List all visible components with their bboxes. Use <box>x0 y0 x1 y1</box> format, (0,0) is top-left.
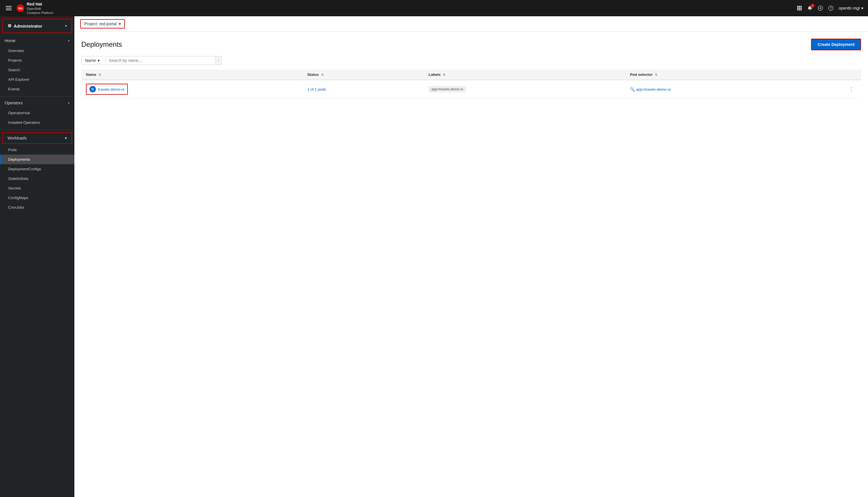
workloads-group-header[interactable]: Workloads ▾ <box>2 132 72 144</box>
search-slash-indicator: / <box>216 56 222 65</box>
sidebar-item-search[interactable]: Search <box>0 65 74 75</box>
workloads-group: Workloads ▾ Pods Deployments DeploymentC… <box>0 131 74 212</box>
workloads-chevron-icon: ▾ <box>65 136 67 140</box>
operators-group: Operators ▾ OperatorHub Installed Operat… <box>0 98 74 127</box>
table-body: D travels-demo-ui 1 of 1 pods app=travel… <box>81 80 861 99</box>
cell-pod-selector: 🔍 app=travels-demo-ui <box>625 80 842 99</box>
pod-selector-text: app=travels-demo-ui <box>636 87 671 91</box>
deployment-icon: D <box>89 86 96 93</box>
cell-labels: app=travels-demo-ui <box>424 80 626 99</box>
pod-selector-link[interactable]: 🔍 app=travels-demo-ui <box>630 87 671 91</box>
svg-rect-9 <box>799 9 800 11</box>
operators-chevron-icon: ▾ <box>68 101 70 105</box>
sidebar: ⚙ Administrator ▾ Home ▾ Overview Projec… <box>0 16 74 497</box>
add-circle-icon[interactable] <box>818 5 823 11</box>
svg-rect-8 <box>797 9 798 11</box>
sidebar-item-statefulsets[interactable]: StatefulSets <box>0 174 74 183</box>
deployment-name-link[interactable]: D travels-demo-ui <box>86 84 128 95</box>
status-sort-icon: ⇅ <box>321 73 324 76</box>
sidebar-item-projects[interactable]: Projects <box>0 56 74 65</box>
svg-text:?: ? <box>830 7 832 10</box>
search-input-wrap: / <box>105 56 222 65</box>
sidebar-item-cronjobs[interactable]: CronJobs <box>0 202 74 212</box>
sidebar-item-operatorhub[interactable]: OperatorHub <box>0 108 74 118</box>
notifications-badge: 2 <box>810 4 815 8</box>
create-deployment-button[interactable]: Create Deployment <box>811 39 861 50</box>
sidebar-item-events[interactable]: Events <box>0 84 74 94</box>
label-badge: app=travels-demo-ui <box>429 86 466 92</box>
notifications-bell-icon[interactable]: 2 <box>807 5 812 11</box>
home-group-header[interactable]: Home ▾ <box>0 36 74 46</box>
project-bar: Project: red-portal ▾ <box>74 16 868 32</box>
name-sort-icon: ⇅ <box>99 73 101 76</box>
page-title: Deployments <box>81 40 122 48</box>
sidebar-item-pods[interactable]: Pods <box>0 145 74 155</box>
cell-status: 1 of 1 pods <box>303 80 424 99</box>
filter-chevron-icon: ▾ <box>98 58 100 63</box>
project-chevron-icon: ▾ <box>119 22 121 26</box>
svg-rect-2 <box>797 6 798 7</box>
svg-rect-5 <box>797 8 798 9</box>
col-actions <box>842 69 861 80</box>
col-pod-selector[interactable]: Pod selector ⇅ <box>625 69 842 80</box>
page-header: Deployments Create Deployment <box>81 39 861 50</box>
administrator-header[interactable]: ⚙ Administrator ▾ <box>2 18 72 33</box>
sidebar-item-configmaps[interactable]: ConfigMaps <box>0 193 74 202</box>
deployment-name-text: travels-demo-ui <box>98 87 124 91</box>
svg-rect-4 <box>800 6 802 7</box>
sidebar-item-deployments[interactable]: Deployments <box>0 155 74 164</box>
help-circle-icon[interactable]: ? <box>828 5 834 11</box>
labels-sort-icon: ⇅ <box>443 73 445 76</box>
svg-rect-7 <box>800 8 802 9</box>
table-header: Name ⇅ Status ⇅ Labels ⇅ Pod selector ⇅ <box>81 69 861 80</box>
hamburger-menu[interactable] <box>5 5 13 11</box>
status-pods-link[interactable]: 1 of 1 pods <box>307 87 326 91</box>
operators-group-header[interactable]: Operators ▾ <box>0 98 74 108</box>
pod-selector-sort-icon: ⇅ <box>655 73 657 76</box>
table-row: D travels-demo-ui 1 of 1 pods app=travel… <box>81 80 861 99</box>
user-menu[interactable]: opentlc-mgr ▾ <box>839 6 863 11</box>
content-area: Deployments Create Deployment Name ▾ / <box>74 32 868 497</box>
svg-rect-3 <box>799 6 800 7</box>
home-group: Home ▾ Overview Projects Search API Expl… <box>0 36 74 94</box>
cell-name: D travels-demo-ui <box>81 80 303 99</box>
brand-text: Red Hat OpenShift Container Platform <box>27 1 54 15</box>
main-content: Project: red-portal ▾ Deployments Create… <box>74 16 868 497</box>
brand-logo-area: RH Red Hat OpenShift Container Platform <box>16 1 54 15</box>
cell-row-actions: ⋮ <box>842 80 861 99</box>
svg-rect-6 <box>799 8 800 9</box>
col-labels[interactable]: Labels ⇅ <box>424 69 626 80</box>
redhat-logo-icon: RH <box>16 4 25 12</box>
col-name[interactable]: Name ⇅ <box>81 69 303 80</box>
admin-chevron-icon: ▾ <box>65 24 67 28</box>
sidebar-item-overview[interactable]: Overview <box>0 46 74 56</box>
col-status[interactable]: Status ⇅ <box>303 69 424 80</box>
svg-rect-10 <box>800 9 802 11</box>
project-selector[interactable]: Project: red-portal ▾ <box>80 19 125 28</box>
apps-grid-icon[interactable] <box>797 5 802 11</box>
sidebar-item-deploymentconfigs[interactable]: DeploymentConfigs <box>0 164 74 174</box>
user-menu-chevron-icon: ▾ <box>861 6 863 11</box>
top-navigation: RH Red Hat OpenShift Container Platform <box>0 0 868 16</box>
svg-text:RH: RH <box>18 7 23 10</box>
filter-type-dropdown[interactable]: Name ▾ <box>81 56 103 65</box>
search-filter-icon: 🔍 <box>630 87 635 91</box>
cog-icon: ⚙ <box>8 23 11 28</box>
filter-bar: Name ▾ / <box>81 56 861 65</box>
sidebar-item-secrets[interactable]: Secrets <box>0 183 74 193</box>
deployments-table: Name ⇅ Status ⇅ Labels ⇅ Pod selector ⇅ <box>81 69 861 99</box>
search-input[interactable] <box>105 56 216 65</box>
row-actions-menu[interactable]: ⋮ <box>847 85 856 94</box>
sidebar-item-installed-operators[interactable]: Installed Operators <box>0 118 74 127</box>
home-chevron-icon: ▾ <box>68 39 70 43</box>
sidebar-item-api-explorer[interactable]: API Explorer <box>0 75 74 84</box>
